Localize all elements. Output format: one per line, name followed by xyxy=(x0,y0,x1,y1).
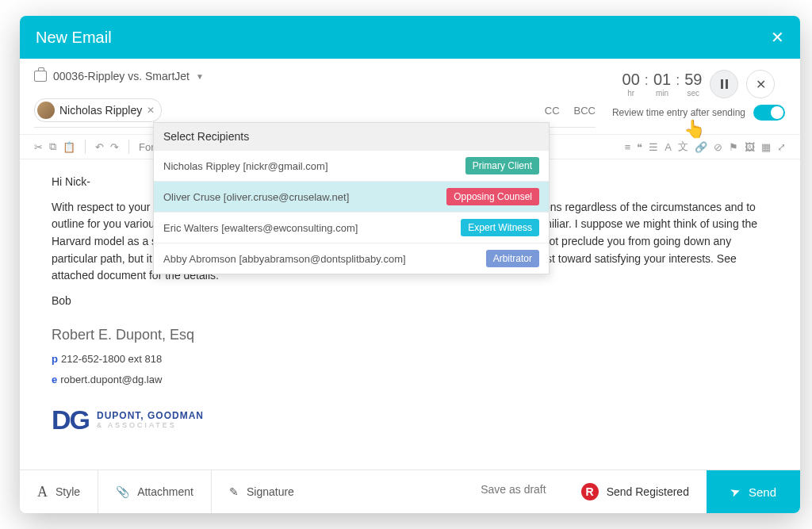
image-icon[interactable]: 🖼 xyxy=(745,141,755,153)
expand-icon[interactable]: ⤢ xyxy=(777,141,786,153)
pause-icon xyxy=(721,79,728,89)
table-icon[interactable]: ▦ xyxy=(761,141,771,153)
dropdown-title: Select Recipients xyxy=(154,123,549,150)
text-color-icon[interactable]: A xyxy=(665,141,672,153)
caret-down-icon: ▼ xyxy=(196,72,204,81)
briefcase-icon xyxy=(34,71,47,82)
recipient-text: Nicholas Rippley [nickr@gmail.com] xyxy=(163,160,328,172)
redo-icon[interactable]: ↷ xyxy=(110,141,119,153)
registered-icon: R xyxy=(581,483,599,500)
attachment-button[interactable]: Attachment xyxy=(98,470,212,513)
timer-display: 00hr : 01min : 59sec xyxy=(622,71,703,98)
flag-icon[interactable]: ⚑ xyxy=(729,141,738,153)
case-selector[interactable]: 00036-Rippley vs. SmartJet ▼ xyxy=(34,67,596,86)
undo-icon[interactable]: ↶ xyxy=(95,141,104,153)
signature-logo: DG DUPONT, GOODMAN & ASSOCIATES xyxy=(52,399,776,441)
list-icon[interactable]: ≡ xyxy=(625,141,631,153)
cc-button[interactable]: CC xyxy=(545,105,560,117)
recipient-option[interactable]: Abby Abromson [abbyabramson@dontsplitbab… xyxy=(154,243,549,274)
signature-phone: p212-652-1800 ext 818 xyxy=(52,351,776,367)
send-icon xyxy=(730,485,741,499)
recipient-chip[interactable]: Nicholas Rippley ✕ xyxy=(34,98,162,122)
style-icon: A xyxy=(37,484,48,500)
timer-panel: 00hr : 01min : 59sec ✕ Review time entry… xyxy=(611,67,786,121)
recipient-option[interactable]: Nicholas Rippley [nickr@gmail.com] Prima… xyxy=(154,150,549,181)
signoff-text: Bob xyxy=(52,293,776,310)
cut-icon[interactable]: ✂ xyxy=(34,141,43,153)
avatar xyxy=(37,102,55,119)
role-tag: Expert Witness xyxy=(461,219,539,236)
unlink-icon[interactable]: ⊘ xyxy=(714,141,722,153)
send-registered-button[interactable]: R Send Registered xyxy=(564,470,707,513)
quote-icon[interactable]: ❝ xyxy=(637,141,642,153)
recipient-option[interactable]: Eric Walters [ewalters@ewconsulting.com]… xyxy=(154,212,549,243)
bcc-button[interactable]: BCC xyxy=(574,105,596,117)
save-draft-button[interactable]: Save as draft xyxy=(463,470,564,513)
role-tag: Primary Client xyxy=(465,157,539,174)
recipient-text: Abby Abromson [abbyabramson@dontsplitbab… xyxy=(163,253,406,265)
case-label: 00036-Rippley vs. SmartJet xyxy=(53,70,190,82)
style-button[interactable]: A Style xyxy=(20,470,98,513)
align-icon[interactable]: ☰ xyxy=(649,141,658,153)
copy-icon[interactable]: ⧉ xyxy=(49,140,56,153)
review-toggle[interactable] xyxy=(753,105,785,121)
recipient-text: Eric Walters [ewalters@ewconsulting.com] xyxy=(163,222,358,234)
modal-header: New Email ✕ xyxy=(20,16,800,59)
compose-email-modal: New Email ✕ 00036-Rippley vs. SmartJet ▼… xyxy=(20,16,800,513)
pause-button[interactable] xyxy=(710,70,738,98)
recipient-option[interactable]: Oliver Cruse [oliver.cruse@cruselaw.net]… xyxy=(154,181,549,212)
recipients-dropdown: Select Recipients Nicholas Rippley [nick… xyxy=(153,122,550,274)
review-time-label: Review time entry after sending xyxy=(612,107,745,118)
remove-chip-icon[interactable]: ✕ xyxy=(147,105,155,116)
timer-min: 01 xyxy=(653,71,671,89)
compose-footer: A Style Attachment Signature Save as dra… xyxy=(20,470,800,513)
close-icon[interactable]: ✕ xyxy=(771,28,784,47)
compose-top-area: 00036-Rippley vs. SmartJet ▼ Nicholas Ri… xyxy=(20,59,800,128)
signature-icon xyxy=(229,485,239,498)
cancel-timer-button[interactable]: ✕ xyxy=(746,70,775,98)
paperclip-icon xyxy=(116,485,129,498)
compose-fields: 00036-Rippley vs. SmartJet ▼ Nicholas Ri… xyxy=(34,67,596,128)
cursor-hand-icon: 👆 xyxy=(684,119,705,140)
signature-button[interactable]: Signature xyxy=(212,470,312,513)
timer-hr: 00 xyxy=(622,71,640,89)
paste-icon[interactable]: 📋 xyxy=(63,141,75,153)
signature-email: erobert.dupont@dg.law xyxy=(52,372,776,388)
role-tag: Opposing Counsel xyxy=(446,188,539,205)
timer-sec: 59 xyxy=(684,71,702,89)
role-tag: Arbitrator xyxy=(486,250,539,267)
send-button[interactable]: Send xyxy=(707,470,800,513)
signature-name: Robert E. Dupont, Esq xyxy=(52,324,776,347)
language-icon[interactable]: 文 xyxy=(678,140,688,154)
recipient-name: Nicholas Rippley xyxy=(59,104,142,117)
recipient-text: Oliver Cruse [oliver.cruse@cruselaw.net] xyxy=(163,191,349,203)
modal-title: New Email xyxy=(36,29,112,47)
link-icon[interactable]: 🔗 xyxy=(695,141,707,153)
